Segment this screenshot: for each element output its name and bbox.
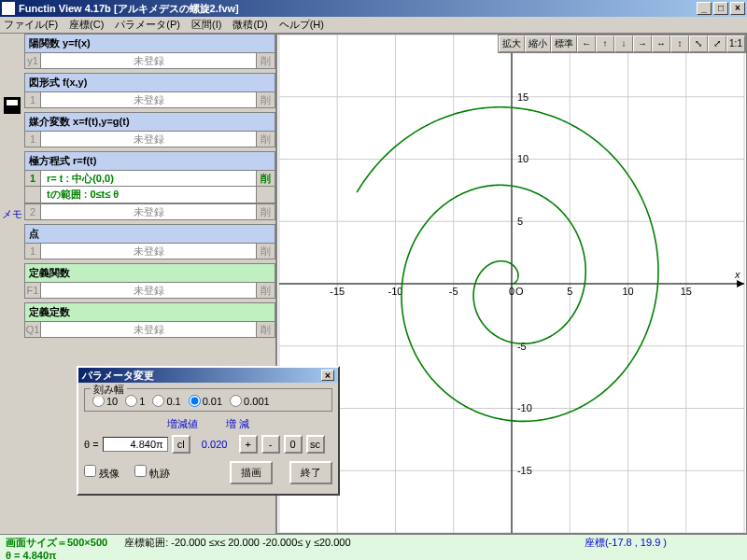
screen-size: 画面サイズ＝500×500 (6, 536, 107, 550)
ratio-button[interactable]: 1:1 (726, 35, 745, 52)
menu-interval[interactable]: 区間(I) (191, 18, 221, 32)
pan-down-button[interactable]: ↓ (614, 35, 633, 52)
theta-status: θ = 4.840π (6, 550, 56, 560)
pan-left-button[interactable]: ← (577, 35, 596, 52)
delete-button[interactable]: 削 (257, 91, 275, 108)
section-defconst: 定義定数 (24, 302, 275, 321)
step-group: 刻み幅 10 1 0.1 0.01 0.001 (84, 388, 332, 412)
titlebar: Functin View 4.17b [アルキメデスの螺旋2.fvw] _ □ … (0, 0, 747, 17)
memo-label: メモ (2, 207, 22, 221)
svg-text:0: 0 (509, 286, 514, 297)
step-radio-0.001[interactable]: 0.001 (230, 395, 270, 407)
svg-text:O: O (515, 286, 524, 297)
svg-marker-20 (737, 280, 744, 287)
dialog-title: パラメータ変更 (82, 369, 154, 383)
scale-button[interactable]: ⤢ (708, 35, 726, 52)
theta-input[interactable] (103, 437, 168, 452)
svg-text:-5: -5 (449, 286, 458, 297)
svg-text:-10: -10 (388, 286, 403, 297)
menubar: ファイル(F) 座標(C) パラメータ(P) 区間(I) 微積(D) ヘルプ(H… (0, 17, 747, 34)
zoom-in-button[interactable]: 拡大 (499, 35, 525, 52)
parameter-dialog[interactable]: パラメータ変更 × 刻み幅 10 1 0.1 0.01 0.001 増減値 増 … (77, 366, 340, 496)
clear-button[interactable]: cl (172, 435, 190, 454)
cursor-coord: 座標(-17.8 , 19.9 ) (585, 536, 667, 550)
svg-text:10: 10 (622, 286, 633, 297)
delete-button[interactable]: 削 (257, 243, 275, 259)
graph-canvas: -15-10-5051015-15-10-551015 x y O (277, 35, 746, 533)
exit-button[interactable]: 終了 (289, 461, 332, 484)
svg-text:-5: -5 (517, 341, 527, 352)
both-stretch-button[interactable]: ⤡ (689, 35, 708, 52)
zoom-out-button[interactable]: 縮小 (525, 35, 551, 52)
delete-button[interactable]: 削 (257, 321, 275, 338)
step-label: 刻み幅 (91, 383, 127, 397)
step-radio-0.1[interactable]: 0.1 (152, 395, 180, 407)
minimize-button[interactable]: _ (697, 2, 712, 15)
pan-right-button[interactable]: → (633, 35, 652, 52)
afterimage-checkbox[interactable]: 残像 (84, 465, 120, 481)
polar-cell-active[interactable]: r= t : 中心(0,0) (41, 170, 257, 187)
menu-coord[interactable]: 座標(C) (69, 18, 104, 32)
trace-checkbox[interactable]: 軌跡 (134, 465, 170, 481)
pan-up-button[interactable]: ↑ (596, 35, 614, 52)
svg-text:5: 5 (567, 286, 572, 297)
menu-file[interactable]: ファイル(F) (4, 18, 58, 32)
explicit-row: y1 未登録 削 (24, 52, 275, 69)
coord-range: 座標範囲: -20.000 ≤x≤ 20.000 -20.000≤ y ≤20.… (124, 536, 350, 550)
sc-button[interactable]: sc (306, 435, 325, 454)
svg-text:10: 10 (517, 153, 529, 164)
incdec2-label: 増 減 (226, 417, 249, 431)
vstretch-button[interactable]: ↕ (670, 35, 689, 52)
zero-button[interactable]: 0 (284, 435, 303, 454)
section-implicit: 図形式 f(x,y) (24, 73, 275, 91)
incdec-label: 増減値 (167, 417, 198, 431)
save-icon[interactable] (4, 97, 21, 114)
close-button[interactable]: × (730, 2, 745, 15)
explicit-cell[interactable]: 未登録 (41, 52, 257, 69)
svg-text:15: 15 (517, 91, 529, 103)
section-deffn: 定義関数 (24, 263, 275, 282)
standard-button[interactable]: 標準 (551, 35, 577, 52)
section-point: 点 (24, 224, 275, 243)
delete-button[interactable]: 削 (257, 203, 275, 220)
delete-button[interactable]: 削 (257, 131, 275, 147)
plus-button[interactable]: + (239, 435, 258, 454)
svg-text:-10: -10 (517, 402, 532, 413)
step-radio-0.01[interactable]: 0.01 (189, 395, 222, 407)
section-parametric: 媒介変数 x=f(t),y=g(t) (24, 112, 275, 131)
svg-text:-15: -15 (330, 286, 345, 297)
status-bar: 画面サイズ＝500×500 座標範囲: -20.000 ≤x≤ 20.000 -… (0, 534, 747, 560)
svg-text:-15: -15 (517, 465, 532, 476)
svg-text:15: 15 (681, 286, 692, 297)
menu-deriv[interactable]: 微積(D) (233, 18, 267, 32)
delete-button[interactable]: 削 (257, 170, 275, 187)
delete-button[interactable]: 削 (257, 52, 275, 69)
plot-toolbar: 拡大 縮小 標準 ← ↑ ↓ → ↔ ↕ ⤡ ⤢ 1:1 (498, 35, 746, 53)
incdec-value: 0.020 (194, 439, 235, 450)
theta-label: θ = (84, 439, 99, 450)
dialog-close-button[interactable]: × (321, 370, 334, 381)
svg-text:x: x (734, 269, 740, 280)
app-icon (2, 2, 15, 15)
maximize-button[interactable]: □ (713, 2, 728, 15)
section-polar: 極方程式 r=f(t) (24, 151, 275, 170)
minus-button[interactable]: - (261, 435, 280, 454)
step-radio-1[interactable]: 1 (125, 395, 145, 407)
menu-help[interactable]: ヘルプ(H) (279, 18, 324, 32)
svg-text:5: 5 (517, 216, 523, 227)
section-explicit: 陽関数 y=f(x) (24, 34, 275, 52)
window-title: Functin View 4.17b [アルキメデスの螺旋2.fvw] (19, 2, 239, 16)
plot-area[interactable]: 拡大 縮小 標準 ← ↑ ↓ → ↔ ↕ ⤡ ⤢ 1:1 -15-10-5051… (276, 34, 747, 534)
delete-button[interactable]: 削 (257, 282, 275, 299)
hstretch-button[interactable]: ↔ (652, 35, 670, 52)
draw-button[interactable]: 描画 (230, 461, 273, 484)
menu-param[interactable]: パラメータ(P) (115, 18, 180, 32)
